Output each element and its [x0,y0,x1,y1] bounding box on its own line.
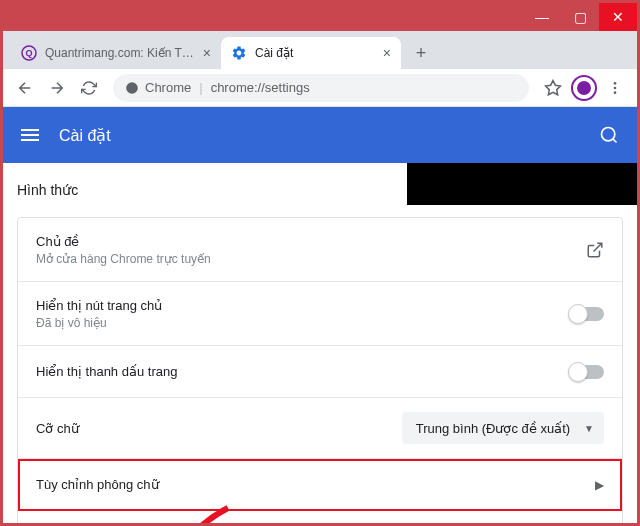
svg-marker-3 [546,80,561,94]
bookmark-star-icon[interactable] [539,74,567,102]
site-info-icon[interactable]: Chrome [125,80,191,95]
font-size-title: Cỡ chữ [36,421,402,436]
forward-button[interactable] [43,74,71,102]
bookmarks-bar-row: Hiển thị thanh dấu trang [18,346,622,398]
section-heading-row: Hình thức [17,175,623,205]
bookmarks-bar-title: Hiển thị thanh dấu trang [36,364,570,379]
home-button-title: Hiển thị nút trang chủ [36,298,570,313]
svg-point-6 [614,91,617,94]
settings-content: Hình thức Chủ đề Mở cửa hàng Chrome trực… [3,163,637,523]
theme-row[interactable]: Chủ đề Mở cửa hàng Chrome trực tuyến [18,218,622,282]
tab-quantrimang[interactable]: Q Quantrimang.com: Kiến Thức × [11,37,221,69]
home-button-subtitle: Đã bị vô hiệu [36,316,570,330]
home-button-toggle[interactable] [570,307,604,321]
custom-fonts-row[interactable]: Tùy chỉnh phông chữ ▶ [18,459,622,511]
tab-title: Quantrimang.com: Kiến Thức [45,46,197,60]
favicon-quantrimang-icon: Q [21,45,37,61]
redacted-region [407,163,637,205]
tab-strip: Q Quantrimang.com: Kiến Thức × Cài đặt ×… [3,31,637,69]
tab-close-icon[interactable]: × [383,45,391,61]
font-size-select[interactable]: Trung bình (Được đề xuất) ▼ [402,412,604,444]
bookmarks-bar-toggle[interactable] [570,365,604,379]
svg-text:Q: Q [25,48,32,58]
external-link-icon [586,241,604,259]
window-minimize-button[interactable]: — [523,3,561,31]
url-text: chrome://settings [211,80,310,95]
address-bar[interactable]: Chrome | chrome://settings [113,74,529,102]
hamburger-menu-icon[interactable] [21,129,39,141]
chevron-right-icon: ▶ [595,478,604,492]
settings-header: Cài đặt [3,107,637,163]
svg-point-7 [602,128,615,141]
custom-fonts-title: Tùy chỉnh phông chữ [36,477,595,492]
caret-down-icon: ▼ [584,423,594,434]
window-maximize-button[interactable]: ▢ [561,3,599,31]
svg-line-8 [613,139,617,143]
separator: | [199,80,202,95]
window-titlebar: — ▢ ✕ [3,3,637,31]
tab-close-icon[interactable]: × [203,45,211,61]
tab-settings[interactable]: Cài đặt × [221,37,401,69]
new-tab-button[interactable]: + [407,39,435,67]
window-close-button[interactable]: ✕ [599,3,637,31]
page-zoom-row: Thu phóng trang 100% ▼ [18,511,622,523]
tab-title: Cài đặt [255,46,377,60]
appearance-card: Chủ đề Mở cửa hàng Chrome trực tuyến Hiể… [17,217,623,523]
profile-avatar-button[interactable] [571,75,597,101]
settings-search-icon[interactable] [599,125,619,145]
svg-point-5 [614,86,617,89]
font-size-value: Trung bình (Được đề xuất) [416,421,570,436]
theme-subtitle: Mở cửa hàng Chrome trực tuyến [36,252,586,266]
home-button-row: Hiển thị nút trang chủ Đã bị vô hiệu [18,282,622,346]
section-heading: Hình thức [17,182,407,198]
settings-title: Cài đặt [59,126,599,145]
browser-toolbar: Chrome | chrome://settings [3,69,637,107]
svg-point-2 [126,82,138,94]
back-button[interactable] [11,74,39,102]
site-label: Chrome [145,80,191,95]
reload-button[interactable] [75,74,103,102]
svg-point-4 [614,82,617,85]
theme-title: Chủ đề [36,234,586,249]
font-size-row: Cỡ chữ Trung bình (Được đề xuất) ▼ [18,398,622,459]
menu-button[interactable] [601,74,629,102]
favicon-settings-icon [231,45,247,61]
